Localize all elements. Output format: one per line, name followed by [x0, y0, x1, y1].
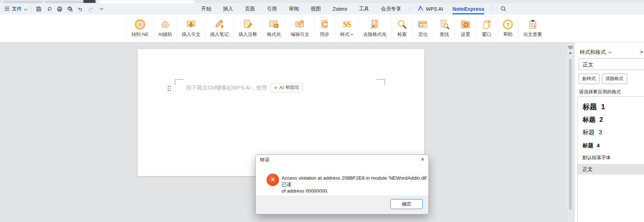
ribbon-button-label: AI辅助 [158, 31, 172, 38]
plagiarism-check-icon [527, 19, 538, 30]
ribbon-button-goto-ne[interactable]: N 转到 NE [127, 17, 153, 40]
ribbon-button-locate[interactable]: 定位 [413, 17, 434, 40]
scrollbar-thumb[interactable] [569, 59, 572, 210]
chevron-down-icon [24, 6, 27, 12]
remove-format-icon [369, 19, 380, 30]
ribbon-button-label: 格式化 [267, 31, 281, 38]
panel-title: 样式和格式 [580, 49, 606, 56]
dialog-close-icon[interactable]: × [421, 157, 424, 162]
tab-view[interactable]: 视图 [311, 6, 321, 12]
ribbon-button-insert-citation[interactable]: 插入引文 [177, 17, 205, 40]
tab-member[interactable]: 会员专享 [381, 6, 401, 12]
style-item-body-selected[interactable]: 正文 [578, 164, 644, 175]
menu-bar: 文件 开始 插入 页面 引用 审阅 视图 Zotero 工具 会员专享 [0, 3, 644, 14]
save-icon[interactable] [36, 6, 42, 12]
hamburger-icon [4, 6, 10, 12]
ribbon-button-plagiarism-check[interactable]: 论文查重 [519, 17, 547, 40]
ribbon-button-label: 查找 [440, 31, 449, 38]
style-item-default-font[interactable]: 默认段落字体 [578, 152, 644, 164]
ribbon-button-insert-note[interactable]: 插入笔记 [205, 17, 233, 40]
current-style-input[interactable]: 正文 [579, 58, 644, 70]
styles-hint: 请选择要应用的格式 [579, 89, 621, 95]
edit-citation-icon [294, 19, 306, 30]
clear-format-button[interactable]: 清除格式 [602, 74, 627, 84]
help-icon: ? [502, 19, 514, 30]
ribbon-button-label: 帮助 [503, 31, 513, 38]
style-item-heading3[interactable]: 标题 3 [578, 126, 644, 139]
ribbon-button-label: 定位 [418, 31, 428, 38]
dialog-title: 错误 [256, 155, 428, 165]
margin-mark [377, 79, 385, 85]
ribbon-button-insert-annotation[interactable]: 插入注释 [234, 17, 262, 40]
ai-placeholder-text: 按下两次Ctrl键唤起WPS AI，使用 [186, 84, 267, 91]
menu-tab-row: 开始 插入 页面 引用 审阅 视图 Zotero 工具 会员专享 WPS AI … [201, 3, 506, 14]
ribbon-button-retrieve[interactable]: 检索 [392, 17, 412, 40]
ribbon-button-style[interactable]: SS 样式 [335, 17, 358, 40]
robot-icon [159, 19, 171, 30]
noteexpress-ribbon: N 转到 NE AI辅助 插入引文 插入笔记 插入注释 F 格式化 [0, 14, 644, 42]
print-preview-icon[interactable] [67, 6, 73, 12]
ribbon-button-label: 插入注释 [238, 31, 257, 38]
undo-icon[interactable] [77, 6, 84, 12]
insert-annotation-icon [242, 19, 254, 30]
ai-help-write-button[interactable]: AI 帮我写 [270, 83, 303, 92]
wps-ai-label: WPS AI [426, 6, 443, 12]
file-menu-label: 文件 [12, 6, 22, 12]
ribbon-button-label: 插入笔记 [210, 31, 229, 38]
ribbon-button-label: 窗口 [482, 31, 491, 38]
error-message-line2: of address 00000000. [282, 188, 329, 194]
svg-text:?: ? [506, 22, 509, 28]
style-item-heading4[interactable]: 标题 4 [578, 139, 644, 152]
ribbon-button-help[interactable]: ? 帮助 [497, 17, 518, 40]
style-item-heading1[interactable]: 标题 1 [578, 100, 644, 113]
divider [492, 6, 492, 11]
insert-citation-icon [185, 19, 197, 30]
search-icon[interactable] [500, 6, 506, 12]
window-tab-strip [0, 0, 644, 3]
tab-home[interactable]: 开始 [201, 6, 211, 12]
format-icon: F [268, 19, 279, 30]
divider [31, 6, 32, 11]
ribbon-button-label: 转到 NE [131, 31, 149, 38]
tab-insert[interactable]: 插入 [223, 6, 233, 12]
tab-tools[interactable]: 工具 [359, 6, 369, 12]
tab-zotero[interactable]: Zotero [333, 6, 347, 12]
error-icon: ✕ [267, 174, 279, 186]
ne-logo-icon: N [134, 19, 146, 30]
file-menu-button[interactable]: 文件 [4, 6, 27, 12]
style-item-heading2[interactable]: 标题 2 [578, 113, 644, 126]
style-list: 标题 1 标题 2 标题 3 标题 4 默认段落字体 正文 [577, 96, 644, 222]
ribbon-button-label: 样式 [340, 31, 349, 38]
print-icon[interactable] [56, 6, 63, 12]
panel-close-icon[interactable]: × [640, 49, 643, 55]
ribbon-button-remove-format[interactable]: 去除格式化 [358, 17, 391, 40]
svg-text:N: N [138, 22, 142, 27]
export-icon[interactable] [46, 6, 52, 12]
tab-wps-ai[interactable]: WPS AI [418, 5, 443, 12]
tab-references[interactable]: 引用 [267, 6, 277, 12]
more-commands-icon[interactable] [98, 6, 105, 12]
ribbon-button-ai-assist[interactable]: AI辅助 [154, 17, 177, 40]
ribbon-button-window[interactable]: 窗口 [476, 17, 497, 40]
ribbon-button-format[interactable]: F 格式化 [262, 17, 286, 40]
tab-noteexpress[interactable]: NoteExpress [453, 6, 485, 12]
ribbon-button-edit-citation[interactable]: 编辑引文 [286, 17, 314, 40]
paragraph-drag-handle[interactable] [168, 86, 171, 92]
wps-writer-window: 文件 开始 插入 页面 引用 审阅 视图 Zotero 工具 会员专享 [0, 0, 644, 222]
redo-icon[interactable] [88, 6, 94, 12]
error-message-line1: Access violation at address 208BF2E8 in … [282, 175, 428, 187]
scroll-up-arrow[interactable] [569, 52, 572, 54]
chevron-down-icon[interactable] [608, 51, 612, 54]
new-style-button[interactable]: 新样式 [579, 74, 599, 84]
insert-note-icon [214, 19, 225, 30]
margin-mark [175, 79, 183, 85]
ruler-toggle-icon[interactable] [568, 45, 573, 51]
ribbon-button-find[interactable]: 查找 [434, 17, 455, 40]
ok-button[interactable]: 确定 [390, 199, 423, 209]
style-ss-icon: SS [341, 19, 352, 30]
ribbon-button-settings[interactable]: 设置 [455, 17, 476, 40]
tab-page[interactable]: 页面 [245, 6, 255, 12]
find-icon [439, 19, 450, 30]
ribbon-button-sync[interactable]: 同步 [314, 17, 335, 40]
tab-review[interactable]: 审阅 [289, 6, 299, 12]
